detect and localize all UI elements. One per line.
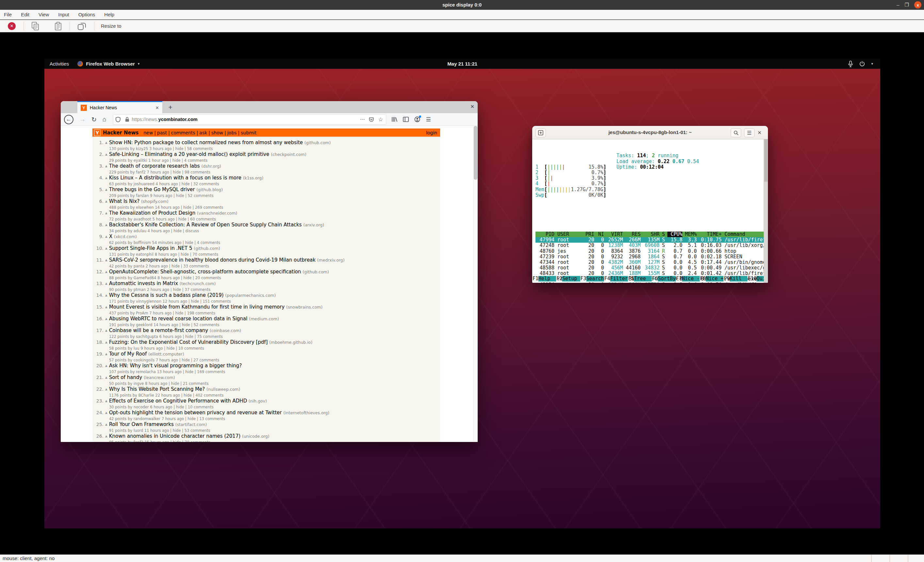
fnlabel-setup[interactable]: Setup: [562, 276, 580, 281]
copy-button[interactable]: [32, 22, 39, 30]
column-header-user[interactable]: USER: [554, 232, 582, 237]
microphone-icon[interactable]: [848, 61, 853, 67]
story-subtext[interactable]: 130 points by kizy25 3 hours ago | hide …: [109, 146, 440, 151]
reload-button[interactable]: ↻: [92, 116, 97, 123]
bookmark-star-icon[interactable]: ☆: [378, 116, 383, 123]
story-subtext[interactable]: 437 points by ProAm 7 hours ago | hide |…: [109, 311, 440, 315]
lock-icon[interactable]: [125, 117, 129, 122]
story-title-link[interactable]: The Kawaiization of Product Design: [109, 210, 196, 216]
story-title-link[interactable]: Mount Everest is visible from Kathmandu …: [109, 304, 285, 310]
column-header-shr[interactable]: SHR: [640, 232, 660, 237]
home-button[interactable]: ⌂: [102, 116, 106, 123]
hn-nav-new[interactable]: new: [143, 130, 153, 135]
maximize-button[interactable]: ❐: [905, 0, 909, 10]
story-subtext[interactable]: 90 points by ptman 2 hours ago | hide | …: [109, 287, 440, 292]
fnlabel-tree[interactable]: Tree: [634, 276, 652, 281]
column-header-pid[interactable]: PID: [536, 232, 554, 237]
hn-login-link[interactable]: login: [426, 130, 437, 135]
menu-file[interactable]: File: [4, 12, 12, 17]
story-title-link[interactable]: Abusing WebRTC to reveal coarse location…: [109, 316, 248, 321]
story-domain[interactable]: (snowbrains.com): [286, 305, 322, 309]
story-subtext[interactable]: 58 points by luu 9 hours ago | hide | 10…: [109, 346, 440, 351]
terminal-scrollbar[interactable]: [764, 139, 768, 283]
upvote-arrow[interactable]: ▲: [104, 304, 109, 309]
column-header-cpu[interactable]: CPU%: [668, 232, 682, 237]
story-subtext[interactable]: 91 points by luord 11 hours ago | hide |…: [109, 428, 440, 433]
resize-button[interactable]: [78, 22, 86, 30]
hn-nav-comments[interactable]: comments: [171, 130, 195, 135]
story-subtext[interactable]: 57 points by cookingoils 7 hours ago | h…: [109, 358, 440, 362]
shutdown-button[interactable]: ✕: [8, 22, 16, 30]
story-title-link[interactable]: Safe-Linking – Eliminating a 20 year-old…: [109, 151, 269, 157]
upvote-arrow[interactable]: ▲: [104, 363, 109, 367]
story-title-link[interactable]: Fuzzing: On the Exponential Cost of Vuln…: [109, 339, 268, 345]
fnkey-f9[interactable]: F9: [723, 276, 730, 281]
hn-nav-ask[interactable]: ask: [200, 130, 207, 135]
tracking-shield-icon[interactable]: [116, 117, 120, 122]
story-title-link[interactable]: Roll Your Own Frameworks: [109, 422, 174, 427]
fnkey-f4[interactable]: F4: [604, 276, 610, 281]
column-header-mem[interactable]: MEM%: [682, 232, 697, 237]
fnkey-f7[interactable]: F7: [676, 276, 682, 281]
minimize-button[interactable]: –: [897, 0, 899, 10]
hamburger-menu-icon[interactable]: ☰: [426, 116, 430, 123]
story-domain[interactable]: (popularmechanics.com): [225, 293, 276, 298]
forward-button[interactable]: →: [80, 116, 86, 123]
story-title-link[interactable]: Coinbase will be a remote-first company: [109, 327, 208, 333]
column-header-pri[interactable]: PRI: [582, 232, 594, 237]
story-domain[interactable]: (elliott.computer): [148, 351, 184, 357]
story-title-link[interactable]: Why Is This Website Port Scanning Me?: [109, 386, 205, 392]
fnkey-f1[interactable]: F1: [532, 276, 538, 281]
scrollbar-thumb[interactable]: [474, 126, 477, 180]
power-icon[interactable]: [859, 61, 865, 67]
story-subtext[interactable]: 131 points by eatonphil 8 hours ago | hi…: [109, 252, 440, 257]
fnkey-f6[interactable]: F6: [652, 276, 658, 281]
fnlabel-nice[interactable]: Nice -: [682, 276, 700, 281]
fnlabel-nice[interactable]: Nice +: [706, 276, 723, 281]
story-title-link[interactable]: SARS-CoV-2 seroprevalence in healthy blo…: [109, 257, 316, 263]
story-domain[interactable]: (nih.gov): [249, 399, 267, 404]
story-subtext[interactable]: 42 points by randomwalker 7 hours ago | …: [109, 417, 440, 421]
story-domain[interactable]: (unicode.org): [242, 434, 269, 439]
clock[interactable]: May 21 11:21: [44, 59, 880, 69]
menu-input[interactable]: Input: [58, 12, 69, 17]
hn-nav-past[interactable]: past: [157, 130, 167, 135]
story-subtext[interactable]: 63 points by joshuareed 4 hours ago | hi…: [109, 182, 440, 186]
upvote-arrow[interactable]: ▲: [104, 339, 109, 344]
fnlabel-quit[interactable]: Quit: [756, 276, 764, 281]
upvote-arrow[interactable]: ▲: [104, 175, 109, 179]
story-subtext[interactable]: 62 points by boffinism 54 minutes ago | …: [109, 241, 440, 245]
fnlabel-search[interactable]: Search: [586, 276, 604, 281]
column-header-virt[interactable]: VIRT: [604, 232, 623, 237]
story-subtext[interactable]: 209 points by farslan 9 hours ago | hide…: [109, 193, 440, 198]
table-header-row[interactable]: PIDUSERPRINIVIRTRESSHRSCPU%MEM%TIME+Comm…: [536, 232, 768, 237]
story-subtext[interactable]: 191 points by geeklord 14 hours ago | hi…: [109, 323, 440, 327]
back-button[interactable]: ←: [64, 115, 74, 124]
story-domain[interactable]: (leancrew.com): [144, 375, 175, 380]
new-tab-button[interactable]: +: [166, 103, 175, 112]
story-title-link[interactable]: Automattic invests in Matrix: [109, 281, 178, 286]
story-title-link[interactable]: Effects of Exercise on Cognitive Perform…: [109, 398, 247, 404]
hn-logo[interactable]: Y: [94, 130, 100, 136]
upvote-arrow[interactable]: ▲: [104, 233, 109, 238]
fnkey-f8[interactable]: F8: [700, 276, 706, 281]
upvote-arrow[interactable]: ▲: [104, 140, 109, 144]
story-subtext[interactable]: 171 points by vinnyglennon 12 hours ago …: [109, 299, 440, 304]
story-title-link[interactable]: Three bugs in the Go MySQL driver: [109, 187, 195, 193]
story-domain[interactable]: (github.com): [304, 140, 331, 145]
story-subtext[interactable]: 34 points by adulau 4 hours ago | hide |…: [109, 229, 440, 233]
fnlabel-sortby[interactable]: SortBy: [658, 276, 675, 281]
upvote-arrow[interactable]: ▲: [104, 245, 109, 250]
upvote-arrow[interactable]: ▲: [104, 292, 109, 297]
story-domain[interactable]: (github.blog): [196, 187, 223, 192]
upvote-arrow[interactable]: ▲: [104, 151, 109, 156]
story-subtext[interactable]: 229 points by fanf2 7 hours ago | hide |…: [109, 170, 440, 175]
hn-nav-show[interactable]: show: [211, 130, 223, 135]
story-domain[interactable]: (startifact.com): [176, 422, 207, 427]
page-scrollbar[interactable]: [473, 126, 478, 442]
process-row[interactable]: 47239root200923229681864S0.70.00:02.18SC…: [536, 254, 768, 260]
fnlabel-kill[interactable]: Kill: [730, 276, 747, 281]
upvote-arrow[interactable]: ▲: [104, 163, 109, 167]
tab-close-icon[interactable]: ✕: [155, 105, 159, 110]
story-domain[interactable]: (checkpoint.com): [271, 152, 307, 157]
